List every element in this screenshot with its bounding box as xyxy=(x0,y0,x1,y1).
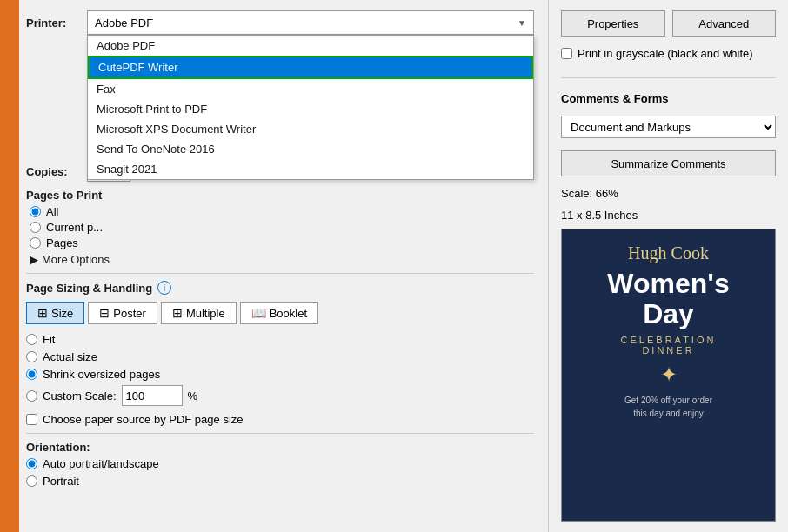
properties-button[interactable]: Properties xyxy=(561,10,665,37)
printer-select-container: Adobe PDF ▼ Adobe PDF CutePDF Writer Fax… xyxy=(87,10,534,35)
scale-unit: % xyxy=(188,389,198,402)
dropdown-item-cutepdf[interactable]: CutePDF Writer xyxy=(88,56,533,79)
comments-dropdown[interactable]: Document and Markups Document None xyxy=(561,116,776,138)
copies-label: Copies: xyxy=(26,165,87,178)
sizing-options: Fit Actual size Shrink oversized pages C… xyxy=(26,333,534,406)
radio-auto-portrait[interactable]: Auto portrait/landscape xyxy=(26,457,534,470)
preview-promo-2: this day and enjoy xyxy=(624,407,712,420)
booklet-tab-icon: 📖 xyxy=(251,306,266,320)
tab-size[interactable]: ⊞ Size xyxy=(26,302,84,324)
preview-promo-1: Get 20% off your order xyxy=(624,394,712,407)
printer-dropdown[interactable]: Adobe PDF CutePDF Writer Fax Microsoft P… xyxy=(87,35,534,180)
left-panel: Printer: Adobe PDF ▼ Adobe PDF CutePDF W… xyxy=(0,0,548,532)
preview-subtitle: CELEBRATION DINNER xyxy=(621,335,717,356)
preview-logo-line1: Hugh Cook xyxy=(628,243,709,263)
radio-shrink[interactable]: Shrink oversized pages xyxy=(26,368,534,381)
radio-actual-input[interactable] xyxy=(26,351,37,362)
divider-2 xyxy=(26,433,534,434)
radio-current-input[interactable] xyxy=(30,222,41,233)
preview-title: Women's Day xyxy=(607,269,729,329)
choose-paper-checkbox[interactable] xyxy=(26,414,37,425)
pages-radio-group: All Current p... Pages xyxy=(30,205,534,249)
radio-all-input[interactable] xyxy=(30,206,41,217)
radio-pages-label: Pages xyxy=(46,236,78,249)
dropdown-item-ms-xps[interactable]: Microsoft XPS Document Writer xyxy=(88,119,533,139)
radio-shrink-input[interactable] xyxy=(26,369,37,380)
scale-input[interactable] xyxy=(122,385,183,406)
radio-custom-input[interactable] xyxy=(26,390,37,402)
dropdown-item-fax[interactable]: Fax xyxy=(88,79,533,99)
sizing-section: Page Sizing & Handling i ⊞ Size ⊟ Poster… xyxy=(26,281,534,426)
radio-pages-input[interactable] xyxy=(30,237,41,249)
tab-poster[interactable]: ⊟ Poster xyxy=(88,302,157,324)
preview-decoration: ✦ xyxy=(660,362,678,387)
multiple-tab-label: Multiple xyxy=(186,307,225,320)
printer-row: Printer: Adobe PDF ▼ Adobe PDF CutePDF W… xyxy=(26,10,534,35)
sizing-title: Page Sizing & Handling xyxy=(26,282,152,295)
preview-subtitle-1: CELEBRATION xyxy=(621,335,717,345)
printer-selected-value: Adobe PDF xyxy=(95,17,153,30)
radio-actual-label: Actual size xyxy=(43,350,97,363)
more-options-label: More Options xyxy=(42,253,110,266)
dropdown-item-onenote[interactable]: Send To OneNote 2016 xyxy=(88,139,533,159)
size-tab-label: Size xyxy=(51,307,73,320)
radio-portrait-input[interactable] xyxy=(26,475,37,487)
right-divider xyxy=(561,77,776,78)
summarize-comments-button[interactable]: Summarize Comments xyxy=(561,150,776,176)
radio-current[interactable]: Current p... xyxy=(30,221,534,234)
dimensions-display: 11 x 8.5 Inches xyxy=(561,209,776,222)
radio-fit[interactable]: Fit xyxy=(26,333,534,346)
radio-fit-input[interactable] xyxy=(26,334,37,345)
sizing-tabs: ⊞ Size ⊟ Poster ⊞ Multiple 📖 Booklet xyxy=(26,302,534,324)
choose-paper-row: Choose paper source by PDF page size xyxy=(26,413,534,426)
custom-scale-row: Custom Scale: % xyxy=(26,385,534,406)
scale-label: Scale: xyxy=(561,187,592,200)
printer-select[interactable]: Adobe PDF ▼ xyxy=(87,10,534,35)
orientation-title: Orientation: xyxy=(26,441,534,454)
radio-fit-label: Fit xyxy=(43,333,55,346)
radio-all-label: All xyxy=(46,205,58,218)
radio-portrait-label: Portrait xyxy=(43,475,79,488)
preview-title-line2: Day xyxy=(643,298,694,329)
pages-section-title: Pages to Print xyxy=(26,189,534,202)
poster-tab-label: Poster xyxy=(113,307,146,320)
print-dialog: Printer: Adobe PDF ▼ Adobe PDF CutePDF W… xyxy=(0,0,788,532)
radio-auto-portrait-label: Auto portrait/landscape xyxy=(43,457,159,470)
preview-promo: Get 20% off your order this day and enjo… xyxy=(624,394,712,420)
radio-portrait[interactable]: Portrait xyxy=(26,475,534,488)
scale-value: 66% xyxy=(596,187,618,200)
advanced-button[interactable]: Advanced xyxy=(672,10,777,37)
dropdown-item-ms-print-pdf[interactable]: Microsoft Print to PDF xyxy=(88,99,533,119)
preview-logo: Hugh Cook xyxy=(628,243,709,263)
preview-area: Hugh Cook Women's Day CELEBRATION DINNER… xyxy=(561,229,776,522)
radio-current-label: Current p... xyxy=(46,221,103,234)
radio-custom[interactable]: Custom Scale: xyxy=(26,389,117,402)
tab-booklet[interactable]: 📖 Booklet xyxy=(240,302,318,324)
dropdown-item-adobe-pdf[interactable]: Adobe PDF xyxy=(88,36,533,56)
orientation-section: Orientation: Auto portrait/landscape Por… xyxy=(26,441,534,488)
tab-multiple[interactable]: ⊞ Multiple xyxy=(161,302,237,324)
preview-subtitle-2: DINNER xyxy=(621,345,717,356)
divider-1 xyxy=(26,273,534,274)
size-tab-icon: ⊞ xyxy=(37,306,48,320)
pages-section: Pages to Print All Current p... Pages ▶ … xyxy=(26,189,534,266)
radio-pages[interactable]: Pages xyxy=(30,236,534,249)
radio-shrink-label: Shrink oversized pages xyxy=(43,368,160,381)
right-panel: Properties Advanced Print in grayscale (… xyxy=(548,0,788,532)
orientation-options: Auto portrait/landscape Portrait xyxy=(26,457,534,488)
more-options[interactable]: ▶ More Options xyxy=(30,253,534,266)
info-icon[interactable]: i xyxy=(157,281,171,295)
choose-paper-label: Choose paper source by PDF page size xyxy=(43,413,244,426)
grayscale-checkbox[interactable] xyxy=(561,48,572,59)
comments-forms-title: Comments & Forms xyxy=(561,92,776,105)
radio-all[interactable]: All xyxy=(30,205,534,218)
grayscale-row: Print in grayscale (black and white) xyxy=(561,47,776,60)
dropdown-item-snagit[interactable]: Snagit 2021 xyxy=(88,159,533,179)
radio-custom-label: Custom Scale: xyxy=(43,389,117,402)
grayscale-label: Print in grayscale (black and white) xyxy=(578,47,753,60)
radio-actual[interactable]: Actual size xyxy=(26,350,534,363)
poster-tab-icon: ⊟ xyxy=(99,306,110,320)
triangle-icon: ▶ xyxy=(30,253,38,266)
preview-title-line1: Women's xyxy=(607,268,729,299)
radio-auto-portrait-input[interactable] xyxy=(26,458,37,469)
